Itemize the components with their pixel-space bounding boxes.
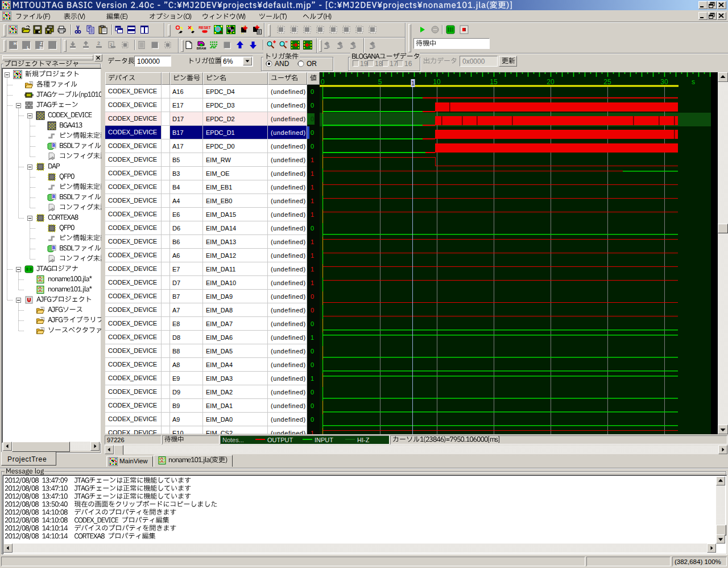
svg-text:B: B xyxy=(52,194,56,199)
svg-text:in: in xyxy=(39,46,43,50)
svg-text:15: 15 xyxy=(490,78,498,86)
svg-text:s: s xyxy=(692,78,695,86)
svg-text:25: 25 xyxy=(603,78,611,86)
svg-text:10: 10 xyxy=(433,78,441,86)
svg-text:RESET: RESET xyxy=(198,26,211,30)
svg-text:Z: Z xyxy=(40,42,43,46)
svg-text:1: 1 xyxy=(411,80,415,87)
svg-text:30: 30 xyxy=(660,78,668,86)
svg-text:5: 5 xyxy=(378,78,382,86)
svg-text:20: 20 xyxy=(547,78,555,86)
svg-text:B: B xyxy=(52,143,56,148)
svg-text:L: L xyxy=(27,46,30,50)
svg-text:H: H xyxy=(14,42,16,46)
svg-text:BRAM: BRAM xyxy=(197,47,206,50)
svg-text:B: B xyxy=(52,245,56,250)
svg-text:2: 2 xyxy=(97,40,100,46)
svg-text:0: 0 xyxy=(321,78,325,86)
